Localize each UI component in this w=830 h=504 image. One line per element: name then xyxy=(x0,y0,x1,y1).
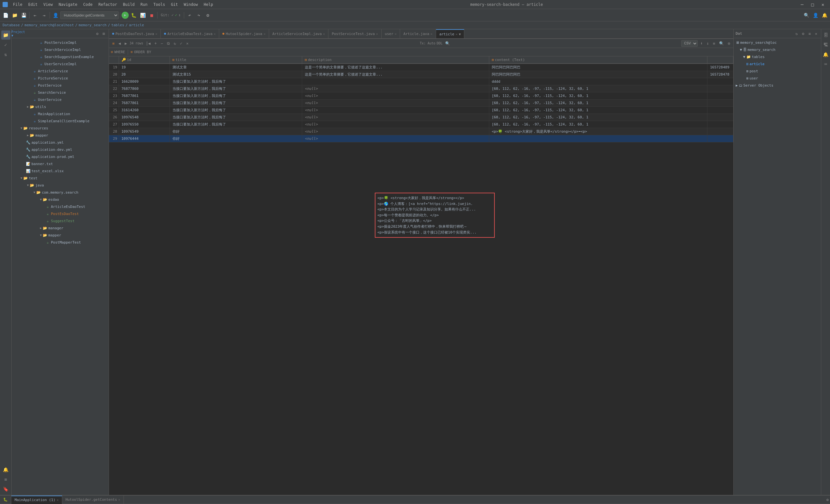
breadcrumb-host[interactable]: memory_search@localhost xyxy=(25,23,74,27)
bottom-tab-main-application[interactable]: MainApplication (1) ✕ xyxy=(11,496,62,504)
settings-button[interactable]: ⚙ xyxy=(203,11,212,20)
menu-code[interactable]: Code xyxy=(81,2,95,7)
col-title[interactable]: ⊞title xyxy=(169,57,302,64)
tree-item-mapper-test[interactable]: ▼ 📂 mapper xyxy=(12,231,108,239)
goto-start-button[interactable]: |◀ xyxy=(145,40,152,47)
tree-item-ArticleEsDaoTest[interactable]: ☕ ArticleEsDaoTest xyxy=(12,203,108,210)
group-button[interactable]: ≡ xyxy=(712,40,716,47)
tree-item-PostServiceImpl[interactable]: ☕ PostServiceImpl xyxy=(12,39,108,46)
tab-close-icon[interactable]: ✕ xyxy=(214,32,216,36)
menu-bar[interactable]: File Edit View Navigate Code Refactor Bu… xyxy=(10,2,216,7)
tree-item-application-yml[interactable]: 🔧 application.yml xyxy=(12,139,108,146)
tab-PostEsDaoTest[interactable]: PostEsDaoTest.java ✕ xyxy=(109,29,161,38)
menu-window[interactable]: Window xyxy=(181,2,200,7)
cell-description[interactable]: <null> xyxy=(302,114,489,121)
cell-content[interactable]: [60, 112, 62, -16, -97, -115, -124, 32, … xyxy=(489,114,707,121)
cell-content[interactable]: [60, 112, 62, -16, -97, -115, -124, 32, … xyxy=(489,92,707,100)
search-button[interactable]: 🔍 xyxy=(802,11,810,20)
format-combo[interactable]: CSV xyxy=(681,40,698,47)
minimize-button[interactable]: ─ xyxy=(798,1,807,8)
refresh-button[interactable]: ↻ xyxy=(172,40,177,47)
menu-navigate[interactable]: Navigate xyxy=(56,2,80,7)
add-row-button[interactable]: + xyxy=(153,40,158,47)
tree-item-PictureService[interactable]: ☕ PictureService xyxy=(12,74,108,82)
menu-git[interactable]: Git xyxy=(168,2,181,7)
cell-content[interactable]: dddd xyxy=(489,78,707,85)
tree-item-ArticleService[interactable]: ☕ ArticleService xyxy=(12,67,108,74)
cell-id[interactable]: 10976550 xyxy=(119,121,169,128)
tree-item-PostMapperTest[interactable]: ☕ PostMapperTest xyxy=(12,239,108,246)
search-db-button[interactable]: 🔍 xyxy=(444,40,451,47)
notifications-button[interactable]: 🔔 xyxy=(820,11,829,20)
tab-dropdown-icon[interactable]: ▼ xyxy=(459,32,461,36)
tree-item-utils[interactable]: ▶ 📂 utils xyxy=(12,103,108,110)
tab-close-icon[interactable]: ✕ xyxy=(394,32,396,36)
cell-description[interactable]: <null> xyxy=(302,100,489,107)
tab-close-icon[interactable]: ✕ xyxy=(323,32,325,36)
tree-item-java[interactable]: ▼ 📂 java xyxy=(12,182,108,189)
cell-description[interactable]: <null> xyxy=(302,121,489,128)
cell-description[interactable]: <null> xyxy=(302,107,489,114)
next-page-button[interactable]: ▶ xyxy=(123,40,128,47)
tab-ArticleEsDaoTest[interactable]: ArticleEsDaoTest.java ✕ xyxy=(161,29,219,38)
db-tree-item-memory-search-host[interactable]: 🖥 memory_search@loc xyxy=(734,39,821,46)
tree-item-esdao[interactable]: ▼ 📂 esdao xyxy=(12,196,108,203)
notifications-side-icon[interactable]: 🔔 xyxy=(1,465,10,474)
cell-content[interactable]: 阿巴阿巴阿巴阿巴 xyxy=(489,71,707,78)
database-icon[interactable]: 🗄 xyxy=(821,30,830,39)
rollback-button[interactable]: ✕ xyxy=(185,40,190,47)
menu-tools[interactable]: Tools xyxy=(151,2,168,7)
breadcrumb-schema[interactable]: memory_search xyxy=(79,23,107,27)
tree-item-SearchSuggestionExample[interactable]: ☕ SearchSuggestionExample xyxy=(12,53,108,60)
tree-item-application-prod-yml[interactable]: 🔧 application-prod.yml xyxy=(12,153,108,160)
tree-item-PostService[interactable]: ☕ PostService xyxy=(12,82,108,89)
debug-button[interactable]: 🐛 xyxy=(129,11,138,20)
open-button[interactable]: 📁 xyxy=(10,11,19,20)
tab-close-icon[interactable]: ✕ xyxy=(430,32,433,36)
back-button[interactable]: ← xyxy=(31,11,39,20)
cell-content[interactable] xyxy=(489,135,707,143)
menu-edit[interactable]: Edit xyxy=(26,2,40,7)
tree-item-SimpleCanalClientExample[interactable]: ☕ SimpleCanalClientExample xyxy=(12,117,108,125)
structure-icon[interactable]: ≡ xyxy=(1,475,10,484)
tree-item-test[interactable]: ▼ 📂 test xyxy=(12,175,108,182)
profile-button[interactable]: 👤 xyxy=(811,11,820,20)
cell-title[interactable]: 测试文章15 xyxy=(169,71,302,78)
tab-close-icon[interactable]: ✕ xyxy=(455,32,457,36)
bottom-tab-close-icon[interactable]: ✕ xyxy=(118,498,120,501)
tab-ArticleServiceImpl[interactable]: ArticleServiceImpl.java ✕ xyxy=(269,29,328,38)
bottom-tab-close-icon[interactable]: ✕ xyxy=(57,498,59,502)
tree-item-PostEsDaoTest[interactable]: ☕ PostEsDaoTest xyxy=(12,210,108,217)
menu-file[interactable]: File xyxy=(10,2,25,7)
cell-id[interactable]: 10976548 xyxy=(119,114,169,121)
redo-button[interactable]: ↷ xyxy=(195,11,203,20)
clone-row-button[interactable]: ⧉ xyxy=(166,40,171,47)
cell-title[interactable]: 当接口要加入新方法时，我后悔了 xyxy=(169,85,302,92)
cell-id[interactable]: 10976444 xyxy=(119,135,169,143)
project-icon[interactable]: 📁 xyxy=(1,30,10,39)
cell-content[interactable]: [60, 112, 62, -16, -97, -115, -124, 32, … xyxy=(489,107,707,114)
cell-id[interactable]: 20 xyxy=(119,71,169,78)
breadcrumb-article[interactable]: article xyxy=(129,23,144,27)
cell-title[interactable]: 当接口要加入新方法时，我后悔了 xyxy=(169,92,302,100)
commit-tx-button[interactable]: ✓ xyxy=(179,40,184,47)
key-promoter-icon[interactable]: ⌨ xyxy=(821,60,830,69)
cell-content[interactable]: <p>🍀 <strong>大家好，我是风筝</strong></p>⬅<p> xyxy=(489,128,707,135)
sort-button[interactable]: ↕ xyxy=(705,40,710,47)
tree-item-com-memory-search[interactable]: ▼ 📂 com.memory.search xyxy=(12,189,108,196)
db-tree-item-article[interactable]: ⊞ article xyxy=(734,60,821,67)
tab-Article-java[interactable]: Article.java ✕ xyxy=(400,29,436,38)
db-tree-item-user[interactable]: ⊞ user xyxy=(734,74,821,82)
tree-item-SearchServiceImpl[interactable]: ☕ SearchServiceImpl xyxy=(12,46,108,53)
new-file-button[interactable]: 📄 xyxy=(1,11,10,20)
cell-content[interactable]: [60, 112, 62, -16, -97, -115, -124, 32, … xyxy=(489,100,707,107)
cell-id[interactable]: 76877861 xyxy=(119,100,169,107)
cell-id[interactable]: 10976549 xyxy=(119,128,169,135)
tab-PostServiceTest[interactable]: PostServiceTest.java ✕ xyxy=(328,29,381,38)
breadcrumb-tables[interactable]: tables xyxy=(111,23,124,27)
db-nav-filter-icon[interactable]: ≡ xyxy=(807,31,812,37)
cell-id[interactable]: 31614260 xyxy=(119,107,169,114)
db-nav-settings-icon[interactable]: ⚙ xyxy=(800,31,806,37)
cell-content[interactable]: [60, 112, 62, -16, -97, -115, -124, 32, … xyxy=(489,85,707,92)
db-tree-item-server-objects[interactable]: ▶ 🗂 Server Objects xyxy=(734,82,821,89)
